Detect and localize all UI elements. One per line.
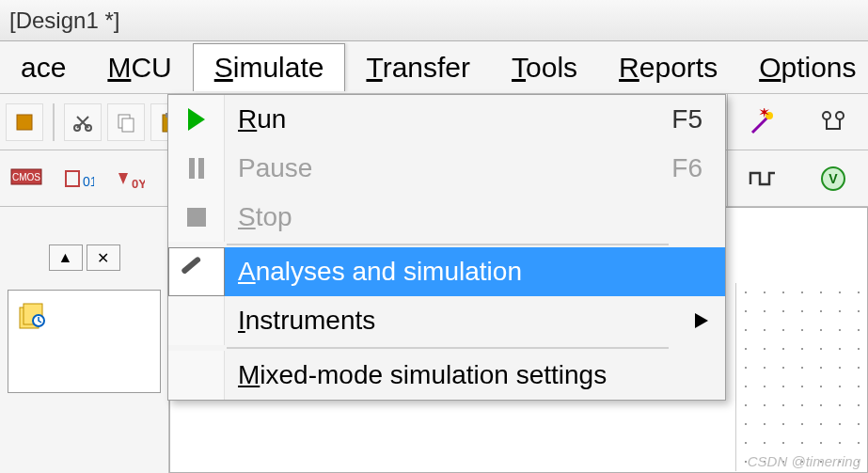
- svg-rect-0: [17, 115, 32, 130]
- submenu-arrow-icon: [695, 313, 708, 328]
- panel-body: [8, 290, 161, 393]
- menu-bar: ace MCU Simulate Transfer Tools Reports …: [0, 41, 868, 94]
- misc-icon: 01: [60, 166, 94, 192]
- probe-icon: ✶: [749, 108, 777, 136]
- comp-source[interactable]: 0Y: [107, 158, 149, 199]
- svg-rect-9: [66, 171, 79, 186]
- scissors-icon: [71, 111, 94, 134]
- shortcut-run: F5: [649, 104, 725, 134]
- svg-point-14: [823, 112, 830, 119]
- comp-cmos[interactable]: CMOS: [6, 158, 47, 199]
- menu-reports[interactable]: Reports: [598, 44, 738, 91]
- tool-net[interactable]: [813, 102, 853, 142]
- svg-text:V: V: [829, 171, 838, 186]
- menu-separator: [227, 244, 669, 245]
- play-icon: [188, 108, 205, 131]
- simulate-dropdown: Run F5 Pause F6 Stop Analyses and simula…: [167, 94, 726, 401]
- svg-point-15: [836, 112, 844, 119]
- tool-icon: [13, 111, 36, 134]
- squarewave-icon: [749, 169, 777, 188]
- side-panel: ▲ ✕: [0, 207, 169, 473]
- pause-icon: [189, 158, 204, 179]
- tool-copy[interactable]: [107, 103, 145, 141]
- title-text: [Design1 *]: [9, 8, 119, 34]
- comp-misc[interactable]: 01: [56, 158, 98, 199]
- stop-icon: [187, 208, 206, 227]
- svg-text:CMOS: CMOS: [12, 172, 40, 182]
- tool-probe[interactable]: ✶: [743, 102, 782, 142]
- tool-voltmeter[interactable]: V: [813, 159, 853, 198]
- menu-simulate[interactable]: Simulate: [193, 43, 346, 91]
- menu-transfer[interactable]: Transfer: [345, 44, 491, 91]
- title-bar: [Design1 *]: [0, 0, 868, 41]
- menu-item-run[interactable]: Run F5: [168, 95, 725, 144]
- net-icon: [819, 108, 847, 136]
- close-icon: ✕: [97, 249, 109, 267]
- wrench-icon: [181, 256, 213, 288]
- menu-item-mixed-mode[interactable]: Mixed-mode simulation settings: [168, 351, 725, 400]
- toolbar-separator: [53, 103, 55, 141]
- menu-separator: [227, 347, 669, 349]
- tool-generic-1[interactable]: [6, 103, 43, 141]
- menu-mcu[interactable]: MCU: [87, 44, 192, 91]
- tool-wave[interactable]: [743, 159, 782, 198]
- up-arrow-icon: ▲: [58, 249, 73, 266]
- panel-close-button[interactable]: ✕: [87, 244, 120, 271]
- tool-cut[interactable]: [64, 103, 102, 141]
- document-stack-icon: [16, 298, 50, 332]
- copy-icon: [115, 111, 137, 134]
- svg-text:0Y: 0Y: [132, 177, 145, 191]
- menu-tools[interactable]: Tools: [491, 44, 598, 91]
- grid-area: [735, 283, 867, 471]
- shortcut-pause: F6: [649, 153, 725, 183]
- source-icon: 0Y: [111, 166, 145, 192]
- cmos-icon: CMOS: [9, 166, 43, 192]
- voltmeter-icon: V: [819, 165, 847, 193]
- watermark: CSDN @timerring: [748, 453, 860, 469]
- svg-text:01: 01: [83, 174, 94, 189]
- svg-rect-4: [122, 118, 134, 132]
- svg-text:✶: ✶: [758, 108, 770, 120]
- menu-item-instruments[interactable]: Instruments: [168, 296, 725, 345]
- menu-place[interactable]: ace: [0, 44, 87, 91]
- menu-item-pause: Pause F6: [168, 144, 725, 193]
- menu-item-stop: Stop: [168, 193, 725, 242]
- panel-collapse-button[interactable]: ▲: [49, 244, 83, 271]
- right-toolbar: ✶ V: [727, 94, 868, 207]
- menu-item-analyses[interactable]: Analyses and simulation: [168, 247, 725, 296]
- menu-options[interactable]: Options: [738, 44, 868, 91]
